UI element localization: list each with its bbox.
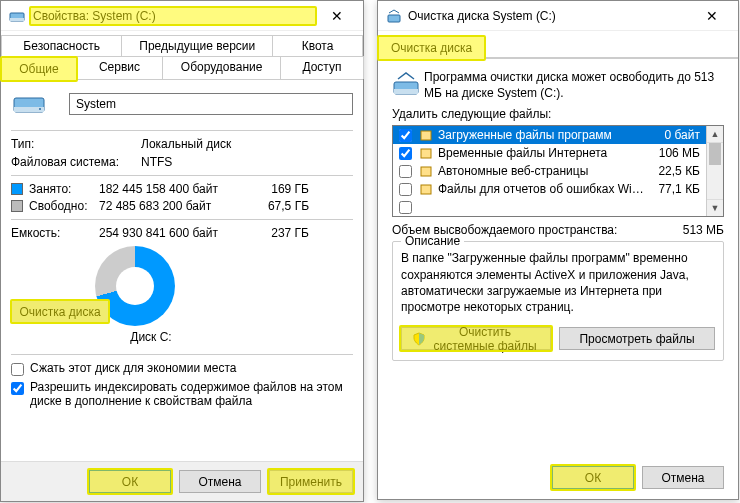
- apply-button[interactable]: Применить: [269, 470, 353, 493]
- svg-point-4: [39, 108, 41, 110]
- used-row: Занято: 182 445 158 400 байт 169 ГБ: [11, 182, 353, 196]
- tab-bar: Очистка диска: [378, 31, 738, 59]
- file-list-row[interactable]: Загруженные файлы программ0 байт: [393, 126, 706, 144]
- file-name: Автономные веб-страницы: [438, 164, 646, 178]
- file-icon: [418, 145, 434, 161]
- titlebar[interactable]: Очистка диска System (C:) ✕: [378, 1, 738, 31]
- file-list-row[interactable]: Временные файлы Интернета106 МБ: [393, 144, 706, 162]
- tab-disk-cleanup[interactable]: Очистка диска: [378, 36, 485, 59]
- index-label: Разрешить индексировать содержимое файло…: [30, 380, 353, 408]
- cleanup-content: Программа очистки диска может освободить…: [378, 59, 738, 373]
- dialog-buttons: ОК Отмена: [378, 456, 738, 499]
- type-value: Локальный диск: [141, 137, 231, 151]
- description-text: В папке "Загруженные файлы программ" вре…: [401, 250, 715, 315]
- description-title: Описание: [401, 234, 464, 248]
- ok-button[interactable]: ОК: [552, 466, 634, 489]
- tab-security[interactable]: Безопасность: [1, 35, 122, 56]
- svg-rect-7: [394, 89, 418, 94]
- used-swatch-icon: [11, 183, 23, 195]
- cancel-button[interactable]: Отмена: [642, 466, 724, 489]
- disk-caption: Диск C:: [121, 330, 181, 344]
- capacity-row: Емкость: 254 930 841 600 байт 237 ГБ: [11, 226, 353, 240]
- titlebar[interactable]: Свойства: System (C:) ✕: [1, 1, 363, 31]
- file-icon: [418, 199, 434, 215]
- svg-rect-9: [421, 149, 431, 158]
- file-list-row[interactable]: [393, 198, 706, 216]
- fs-value: NTFS: [141, 155, 172, 169]
- free-row: Свободно: 72 485 683 200 байт 67,5 ГБ: [11, 199, 353, 213]
- tab-general[interactable]: Общие: [1, 57, 77, 80]
- close-button[interactable]: ✕: [690, 2, 734, 30]
- shield-icon: [412, 332, 426, 346]
- file-icon: [418, 163, 434, 179]
- fs-label: Файловая система:: [11, 155, 141, 169]
- properties-dialog: Свойства: System (C:) ✕ Безопасность Пре…: [0, 0, 364, 502]
- used-label: Занято:: [29, 182, 99, 196]
- capacity-label: Емкость:: [11, 226, 99, 240]
- file-list-row[interactable]: Автономные веб-страницы22,5 КБ: [393, 162, 706, 180]
- svg-rect-11: [421, 185, 431, 194]
- disk-cleanup-dialog: Очистка диска System (C:) ✕ Очистка диск…: [377, 0, 739, 500]
- free-swatch-icon: [11, 200, 23, 212]
- clean-system-files-button[interactable]: Очистить системные файлы: [401, 327, 551, 350]
- disk-cleanup-button[interactable]: Очистка диска: [11, 300, 109, 323]
- type-label: Тип:: [11, 137, 141, 151]
- svg-rect-1: [10, 18, 24, 21]
- cleanup-icon-large: [392, 69, 424, 101]
- used-gb: 169 ГБ: [249, 182, 309, 196]
- free-label: Свободно:: [29, 199, 99, 213]
- clean-system-files-label: Очистить системные файлы: [430, 325, 540, 353]
- file-icon: [418, 127, 434, 143]
- free-bytes: 72 485 683 200 байт: [99, 199, 249, 213]
- used-bytes: 182 445 158 400 байт: [99, 182, 249, 196]
- file-checkbox[interactable]: [399, 201, 412, 214]
- scroll-down-icon[interactable]: ▼: [707, 199, 723, 216]
- tab-sharing[interactable]: Доступ: [280, 56, 363, 79]
- drive-icon-large: [13, 92, 45, 116]
- drive-name-input[interactable]: [69, 93, 353, 115]
- capacity-bytes: 254 930 841 600 байт: [99, 226, 249, 240]
- svg-rect-10: [421, 167, 431, 176]
- close-button[interactable]: ✕: [315, 2, 359, 30]
- file-size: 77,1 КБ: [646, 182, 700, 196]
- index-checkbox[interactable]: [11, 382, 24, 395]
- file-list[interactable]: Загруженные файлы программ0 байтВременны…: [392, 125, 724, 217]
- compress-label: Сжать этот диск для экономии места: [30, 361, 353, 375]
- dialog-title: Свойства: System (C:): [31, 8, 315, 24]
- tab-previous-versions[interactable]: Предыдущие версии: [121, 35, 273, 56]
- file-size: 22,5 КБ: [646, 164, 700, 178]
- files-to-delete-label: Удалить следующие файлы:: [392, 107, 724, 121]
- scrollbar[interactable]: ▲ ▼: [706, 126, 723, 216]
- file-name: Файлы для отчетов об ошибках Win...: [438, 182, 646, 196]
- capacity-gb: 237 ГБ: [249, 226, 309, 240]
- ok-button[interactable]: ОК: [89, 470, 171, 493]
- file-checkbox[interactable]: [399, 129, 412, 142]
- file-name: Загруженные файлы программ: [438, 128, 646, 142]
- intro-text: Программа очистки диска может освободить…: [424, 69, 724, 101]
- view-files-button[interactable]: Просмотреть файлы: [559, 327, 715, 350]
- file-name: Временные файлы Интернета: [438, 146, 646, 160]
- svg-rect-8: [421, 131, 431, 140]
- total-value: 513 МБ: [683, 223, 724, 237]
- file-list-row[interactable]: Файлы для отчетов об ошибках Win...77,1 …: [393, 180, 706, 198]
- tab-tools[interactable]: Сервис: [76, 56, 163, 79]
- free-gb: 67,5 ГБ: [249, 199, 309, 213]
- properties-content: Тип:Локальный диск Файловая система:NTFS…: [1, 80, 363, 420]
- tab-quota[interactable]: Квота: [272, 35, 363, 56]
- scroll-up-icon[interactable]: ▲: [707, 126, 723, 143]
- dialog-buttons: ОК Отмена Применить: [1, 461, 363, 501]
- cancel-button[interactable]: Отмена: [179, 470, 261, 493]
- dialog-title: Очистка диска System (C:): [408, 9, 690, 23]
- cleanup-icon: [386, 8, 402, 24]
- file-size: 0 байт: [646, 128, 700, 142]
- file-checkbox[interactable]: [399, 147, 412, 160]
- file-size: 106 МБ: [646, 146, 700, 160]
- file-checkbox[interactable]: [399, 165, 412, 178]
- drive-icon: [9, 8, 25, 24]
- scroll-thumb[interactable]: [709, 143, 721, 165]
- description-group: Описание В папке "Загруженные файлы прог…: [392, 241, 724, 361]
- compress-checkbox[interactable]: [11, 363, 24, 376]
- file-checkbox[interactable]: [399, 183, 412, 196]
- tab-hardware[interactable]: Оборудование: [162, 56, 281, 79]
- tab-bar: Безопасность Предыдущие версии Квота Общ…: [1, 31, 363, 80]
